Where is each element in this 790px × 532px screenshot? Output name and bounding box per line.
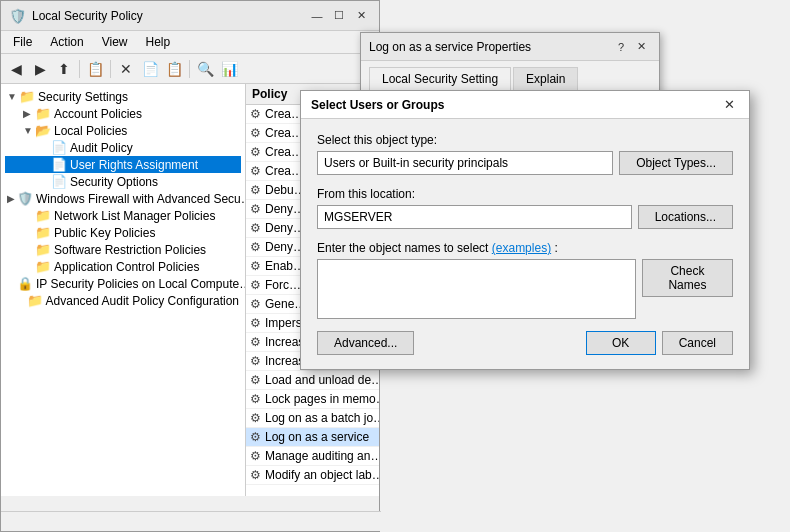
tree-item-ip-security[interactable]: ▶ 🔒 IP Security Policies on Local Comput…: [5, 275, 241, 292]
tree-item-audit-policy[interactable]: ▶ 📄 Audit Policy: [5, 139, 241, 156]
policy-row-icon: ⚙: [250, 183, 261, 197]
menu-help[interactable]: Help: [138, 33, 179, 51]
policy-icon: 📄: [51, 140, 67, 155]
properties-button[interactable]: 📊: [218, 58, 240, 80]
tree-item-account-policies[interactable]: ▶ 📁 Account Policies: [5, 105, 241, 122]
lock-icon: 🔒: [17, 276, 33, 291]
tree-item-label: Software Restriction Policies: [54, 243, 206, 257]
list-item[interactable]: ⚙Modify an object lab…: [246, 466, 379, 485]
tree-item-label: Local Policies: [54, 124, 127, 138]
props-tabs: Local Security Setting Explain: [361, 61, 659, 91]
menu-action[interactable]: Action: [42, 33, 91, 51]
menu-file[interactable]: File: [5, 33, 40, 51]
toolbar-separator-2: [110, 60, 111, 78]
policy-row-icon: ⚙: [250, 449, 261, 463]
policy-row-icon: ⚙: [250, 240, 261, 254]
tab-explain[interactable]: Explain: [513, 67, 578, 91]
list-item[interactable]: ⚙Manage auditing an…: [246, 447, 379, 466]
folder-icon: 📁: [27, 293, 43, 308]
object-type-label: Select this object type:: [317, 133, 733, 147]
toolbar: ◀ ▶ ⬆ 📋 ✕ 📄 📋 🔍 📊: [1, 54, 379, 84]
select-users-dialog: Select Users or Groups ✕ Select this obj…: [300, 90, 750, 370]
check-names-button[interactable]: Check Names: [642, 259, 733, 297]
paste-button[interactable]: 📋: [163, 58, 185, 80]
tree-item-label: Application Control Policies: [54, 260, 199, 274]
folder-icon: 📁: [35, 106, 51, 121]
close-button[interactable]: ✕: [351, 6, 371, 26]
status-bar: [1, 511, 381, 531]
copy-button[interactable]: 📄: [139, 58, 161, 80]
location-label: From this location:: [317, 187, 733, 201]
locations-button[interactable]: Locations...: [638, 205, 733, 229]
tree-item-public-key[interactable]: ▶ 📁 Public Key Policies: [5, 224, 241, 241]
tree-item-advanced-audit[interactable]: ▶ 📁 Advanced Audit Policy Configuration: [5, 292, 241, 309]
dialog-ok-button[interactable]: OK: [586, 331, 656, 355]
object-names-row: Check Names: [317, 259, 733, 319]
tree-item-label: IP Security Policies on Local Compute…: [36, 277, 246, 291]
policy-row-icon: ⚙: [250, 259, 261, 273]
menu-view[interactable]: View: [94, 33, 136, 51]
policy-row-icon: ⚙: [250, 126, 261, 140]
tree-item-firewall[interactable]: ▶ 🛡️ Windows Firewall with Advanced Secu…: [5, 190, 241, 207]
advanced-button[interactable]: Advanced...: [317, 331, 414, 355]
back-button[interactable]: ◀: [5, 58, 27, 80]
list-item[interactable]: ⚙Lock pages in memo…: [246, 390, 379, 409]
policy-row-icon: ⚙: [250, 316, 261, 330]
tree-item-label: Security Settings: [38, 90, 128, 104]
toolbar-separator-1: [79, 60, 80, 78]
policy-row-icon: ⚙: [250, 335, 261, 349]
policy-row-icon: ⚙: [250, 278, 261, 292]
expand-arrow: ▼: [7, 91, 17, 102]
dialog-close-button[interactable]: ✕: [719, 95, 739, 115]
policy-row-icon: ⚙: [250, 145, 261, 159]
policy-row-icon: ⚙: [250, 430, 261, 444]
folder-icon: 📁: [19, 89, 35, 104]
props-close-button[interactable]: ✕: [631, 37, 651, 57]
location-row: Locations...: [317, 205, 733, 229]
tree-item-label: Audit Policy: [70, 141, 133, 155]
props-window-title: Log on as a service Properties: [369, 40, 611, 54]
policy-row-icon: ⚙: [250, 202, 261, 216]
maximize-button[interactable]: ☐: [329, 6, 349, 26]
props-help-button[interactable]: ?: [611, 37, 631, 57]
tree-item-software-restriction[interactable]: ▶ 📁 Software Restriction Policies: [5, 241, 241, 258]
tree-item-label: Account Policies: [54, 107, 142, 121]
object-types-button[interactable]: Object Types...: [619, 151, 733, 175]
list-item[interactable]: ⚙Log on as a batch jo…: [246, 409, 379, 428]
policy-row-icon: ⚙: [250, 107, 261, 121]
dialog-cancel-button[interactable]: Cancel: [662, 331, 733, 355]
object-type-input[interactable]: [317, 151, 613, 175]
props-title-bar: Log on as a service Properties ? ✕: [361, 33, 659, 61]
up-button[interactable]: ⬆: [53, 58, 75, 80]
tree-item-security-options[interactable]: ▶ 📄 Security Options: [5, 173, 241, 190]
tree-item-label: Public Key Policies: [54, 226, 155, 240]
tree-item-application-control[interactable]: ▶ 📁 Application Control Policies: [5, 258, 241, 275]
object-names-label: Enter the object names to select (exampl…: [317, 241, 733, 255]
tree-item-local-policies[interactable]: ▼ 📂 Local Policies: [5, 122, 241, 139]
firewall-icon: 🛡️: [17, 191, 33, 206]
tree-item-security-settings[interactable]: ▼ 📁 Security Settings: [5, 88, 241, 105]
folder-icon: 📁: [35, 208, 51, 223]
tree-item-label: User Rights Assignment: [70, 158, 198, 172]
tree-item-user-rights-assignment[interactable]: ▶ 📄 User Rights Assignment: [5, 156, 241, 173]
tab-local-security-setting[interactable]: Local Security Setting: [369, 67, 511, 91]
dialog-footer: Advanced... OK Cancel: [317, 331, 733, 355]
location-input[interactable]: [317, 205, 632, 229]
tree-item-label: Network List Manager Policies: [54, 209, 215, 223]
forward-button[interactable]: ▶: [29, 58, 51, 80]
folder-icon: 📁: [35, 259, 51, 274]
examples-link[interactable]: (examples): [492, 241, 551, 255]
dialog-title-bar: Select Users or Groups ✕: [301, 91, 749, 119]
list-item-logon-as-service[interactable]: ⚙Log on as a service: [246, 428, 379, 447]
show-hide-button[interactable]: 📋: [84, 58, 106, 80]
tree-item-network-list[interactable]: ▶ 📁 Network List Manager Policies: [5, 207, 241, 224]
policy-row-icon: ⚙: [250, 411, 261, 425]
policy-row-icon: ⚙: [250, 468, 261, 482]
cut-button[interactable]: ✕: [115, 58, 137, 80]
list-item[interactable]: ⚙Load and unload de…: [246, 371, 379, 390]
new-view-button[interactable]: 🔍: [194, 58, 216, 80]
minimize-button[interactable]: —: [307, 6, 327, 26]
object-names-textarea[interactable]: [317, 259, 636, 319]
main-title-bar: 🛡️ Local Security Policy — ☐ ✕: [1, 1, 379, 31]
expand-arrow: ▼: [23, 125, 33, 136]
